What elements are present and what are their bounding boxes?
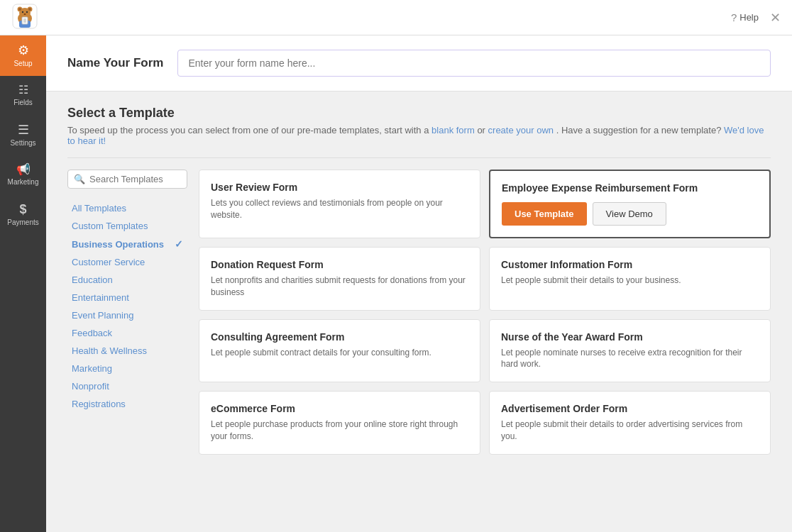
nav-label-settings: Settings	[10, 139, 35, 147]
template-card-ecommerce[interactable]: eCommerce Form Let people purchase produ…	[199, 391, 480, 455]
svg-point-9	[24, 13, 26, 15]
category-item-customer[interactable]: Customer Service	[67, 254, 187, 270]
template-card-desc: Lets you collect reviews and testimonial…	[211, 197, 468, 221]
category-item-custom[interactable]: Custom Templates	[67, 218, 187, 234]
desc-prefix-text: To speed up the process you can select f…	[67, 125, 431, 135]
template-card-title: Employee Expense Reimbursement Form	[502, 182, 758, 194]
template-card-user-review[interactable]: User Review Form Lets you collect review…	[199, 170, 480, 238]
category-label: Education	[72, 275, 113, 285]
category-label: Business Operations	[72, 239, 164, 250]
top-bar: ? Help ✕	[0, 0, 792, 35]
nav-item-fields[interactable]: ☷ Fields	[0, 76, 46, 115]
svg-point-7	[22, 11, 23, 12]
nav-label-marketing: Marketing	[8, 178, 39, 186]
template-card-employee-expense[interactable]: Employee Expense Reimbursement Form Use …	[489, 170, 771, 238]
template-section: Select a Template To speed up the proces…	[46, 92, 792, 532]
fields-icon: ☷	[18, 84, 28, 96]
nav-item-setup[interactable]: ⚙ Setup	[0, 35, 46, 76]
category-label: Marketing	[72, 363, 112, 374]
category-item-entertainment[interactable]: Entertainment	[67, 289, 187, 306]
category-item-health[interactable]: Health & Wellness	[67, 343, 187, 359]
category-label: Nonprofit	[72, 381, 109, 392]
create-own-link[interactable]: create your own	[488, 125, 554, 135]
close-button[interactable]: ✕	[770, 11, 781, 24]
template-card-title: eCommerce Form	[211, 403, 468, 414]
category-label: Customer Service	[72, 257, 145, 267]
template-card-advertisement[interactable]: Advertisement Order Form Let people subm…	[489, 391, 771, 455]
category-list: All TemplatesCustom TemplatesBusiness Op…	[67, 200, 187, 412]
category-item-registrations[interactable]: Registrations	[67, 396, 187, 412]
nav-item-payments[interactable]: $ Payments	[0, 194, 46, 235]
template-section-title: Select a Template	[67, 106, 771, 121]
name-form-label: Name Your Form	[67, 56, 163, 70]
template-card-donation-request[interactable]: Donation Request Form Let nonprofits and…	[199, 247, 480, 311]
template-card-desc: Let nonprofits and charities submit requ…	[211, 275, 468, 299]
main-layout: ⚙ Setup ☷ Fields ☰ Settings 📢 Marketing …	[0, 35, 792, 532]
search-box: 🔍	[67, 170, 187, 189]
category-item-nonprofit[interactable]: Nonprofit	[67, 378, 187, 394]
template-card-desc: Let people submit contract details for y…	[211, 347, 468, 359]
template-card-title: Donation Request Form	[211, 259, 468, 270]
svg-point-8	[26, 11, 28, 12]
help-link[interactable]: ? Help	[731, 11, 759, 23]
template-card-title: Nurse of the Year Award Form	[501, 331, 759, 343]
category-label: Health & Wellness	[72, 345, 147, 356]
category-item-feedback[interactable]: Feedback	[67, 325, 187, 341]
marketing-icon: 📢	[16, 164, 31, 175]
svg-point-5	[18, 8, 21, 11]
category-item-event[interactable]: Event Planning	[67, 307, 187, 323]
top-bar-right: ? Help ✕	[731, 11, 781, 24]
nav-label-fields: Fields	[13, 99, 33, 106]
template-card-nurse-award[interactable]: Nurse of the Year Award Form Let people …	[489, 319, 771, 383]
logo-icon	[11, 3, 38, 30]
category-item-marketing[interactable]: Marketing	[67, 360, 187, 377]
nav-label-setup: Setup	[13, 60, 32, 67]
setup-icon: ⚙	[18, 44, 29, 57]
template-card-actions: Use Template View Demo	[502, 202, 758, 226]
template-card-customer-info[interactable]: Customer Information Form Let people sub…	[489, 247, 771, 311]
blank-form-link[interactable]: blank form	[431, 125, 475, 135]
category-label: All Templates	[72, 203, 126, 214]
name-form-section: Name Your Form	[46, 35, 792, 92]
template-card-desc: Let people purchase products from your o…	[211, 419, 468, 443]
svg-point-6	[28, 8, 31, 11]
template-card-desc: Let people nominate nurses to receive ex…	[501, 347, 759, 371]
category-checkmark: ✓	[175, 238, 183, 250]
template-card-title: Advertisement Order Form	[501, 403, 759, 414]
content-area: Name Your Form Select a Template To spee…	[46, 35, 792, 532]
template-body: 🔍 All TemplatesCustom TemplatesBusiness …	[67, 157, 771, 455]
settings-icon: ☰	[18, 123, 29, 136]
template-section-desc: To speed up the process you can select f…	[67, 125, 771, 146]
category-item-all[interactable]: All Templates	[67, 200, 187, 216]
category-sidebar: 🔍 All TemplatesCustom TemplatesBusiness …	[67, 170, 199, 455]
view-demo-button[interactable]: View Demo	[593, 202, 666, 226]
templates-grid: User Review Form Lets you collect review…	[199, 170, 771, 455]
form-name-input[interactable]	[177, 50, 771, 77]
desc-middle-text: or	[477, 125, 488, 135]
use-template-button[interactable]: Use Template	[502, 202, 587, 226]
template-card-title: Consulting Agreement Form	[211, 331, 468, 343]
search-icon: 🔍	[74, 174, 85, 184]
category-label: Custom Templates	[72, 221, 148, 231]
template-card-desc: Let people submit their details to your …	[501, 275, 759, 287]
desc-suffix-text: . Have a suggestion for a new template?	[556, 125, 724, 135]
category-item-business[interactable]: Business Operations✓	[67, 235, 187, 253]
nav-item-marketing[interactable]: 📢 Marketing	[0, 155, 46, 194]
category-label: Feedback	[72, 328, 112, 338]
nav-item-settings[interactable]: ☰ Settings	[0, 115, 46, 155]
template-card-title: User Review Form	[211, 182, 468, 193]
category-item-education[interactable]: Education	[67, 272, 187, 288]
logo	[11, 3, 38, 33]
sidebar-nav: ⚙ Setup ☷ Fields ☰ Settings 📢 Marketing …	[0, 35, 46, 532]
help-circle-icon: ?	[731, 11, 737, 23]
category-label: Entertainment	[72, 292, 129, 303]
payments-icon: $	[19, 203, 26, 216]
search-input[interactable]	[89, 174, 181, 184]
category-label: Event Planning	[72, 310, 133, 321]
category-label: Registrations	[72, 399, 126, 409]
help-label: Help	[739, 12, 759, 23]
nav-label-payments: Payments	[7, 218, 38, 226]
template-card-consulting[interactable]: Consulting Agreement Form Let people sub…	[199, 319, 480, 383]
template-card-title: Customer Information Form	[501, 259, 759, 270]
template-card-desc: Let people submit their details to order…	[501, 419, 759, 443]
